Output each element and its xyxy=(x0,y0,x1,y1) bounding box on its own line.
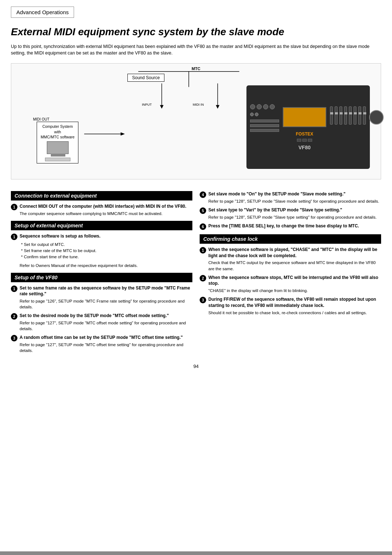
confirming-num-3: 3 xyxy=(200,297,206,303)
setup-vf80-num-1: 1 xyxy=(11,285,17,292)
confirming-num-2: 2 xyxy=(200,275,206,281)
right-column: 4 Set slave mode to "On" by the SETUP mo… xyxy=(200,187,381,356)
midiin-label: MIDI IN xyxy=(193,103,204,106)
setup-vf80-num-3: 3 xyxy=(11,335,17,341)
setup-vf80-header: Setup of the VF80 xyxy=(11,273,192,282)
setup-external-item-1: 1 Sequence software is setup as follows.… xyxy=(11,233,192,268)
setup-vf80-item-1: 1 Set to same frame rate as the sequence… xyxy=(11,285,192,310)
right-item-4: 4 Set slave mode to "On" by the SETUP mo… xyxy=(200,191,381,204)
main-title: External MIDI equipment sync system by t… xyxy=(11,26,381,38)
setup-vf80-item-2: 2 Set to the desired mode by the SETUP m… xyxy=(11,313,192,332)
right-num-6: 6 xyxy=(200,223,206,230)
midi-out-label: MIDI OUT xyxy=(33,117,49,121)
confirming-item-2: 2 When the sequence software stops, MTC … xyxy=(200,275,381,294)
connection-num-1: 1 xyxy=(11,204,17,210)
sound-source-box: Sound Source xyxy=(127,74,164,82)
svg-marker-4 xyxy=(216,105,220,109)
connection-header: Connection to external equipment xyxy=(11,191,192,200)
top-bar-label: Advanced Operations xyxy=(11,7,74,18)
right-item-5: 5 Set slave type to "Vari" by the SETUP … xyxy=(200,207,381,220)
setup-external-num-1: 1 xyxy=(11,234,17,240)
vf80-device: FOSTEX VF80 xyxy=(246,85,370,169)
input-label: INPUT xyxy=(142,103,152,106)
page-number: 94 xyxy=(0,364,392,369)
mtc-label: MTC xyxy=(192,66,200,71)
svg-marker-2 xyxy=(160,105,164,109)
right-num-4: 4 xyxy=(200,191,206,198)
left-column: Connection to external equipment 1 Conne… xyxy=(11,187,192,356)
intro-text: Up to this point, synchronization with e… xyxy=(11,43,381,57)
setup-external-header: Setup of external equipment xyxy=(11,221,192,230)
connection-item-1: 1 Connect MIDI OUT of the computer (with… xyxy=(11,203,192,216)
bottom-bar xyxy=(0,551,392,555)
diagram-area: MTC Sound Source INPUT MIDI IN MIDI OUT … xyxy=(11,63,381,179)
right-num-5: 5 xyxy=(200,207,206,214)
right-item-6: 6 Press the [TIME BASE SEL] key, to chan… xyxy=(200,223,381,230)
confirming-item-3: 3 During FF/REW of the sequence software… xyxy=(200,296,381,316)
confirming-header: Confirming chase lock xyxy=(200,234,381,244)
setup-vf80-num-2: 2 xyxy=(11,313,17,320)
computer-box: Computer System with MMC/MTC software xyxy=(37,122,78,163)
confirming-num-1: 1 xyxy=(200,247,206,254)
confirming-item-1: 1 When the sequence software is played, … xyxy=(200,247,381,272)
setup-vf80-item-3: 3 A random offset time can be set by the… xyxy=(11,335,192,353)
